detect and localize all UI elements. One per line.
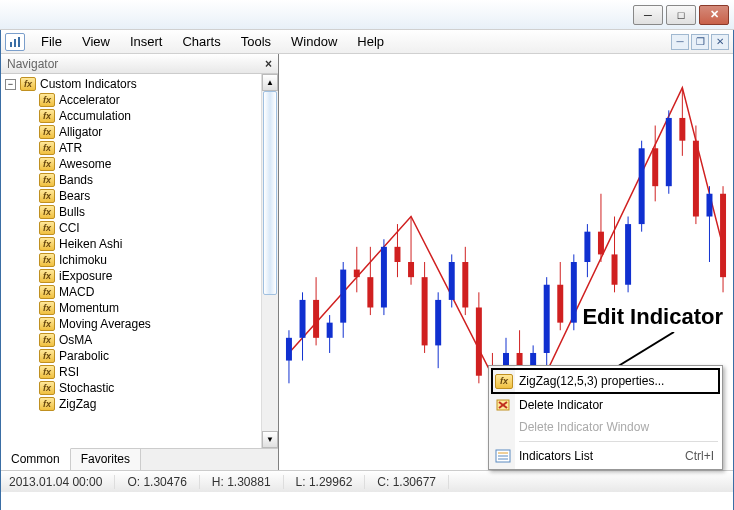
svg-rect-62 — [679, 118, 685, 141]
tree-item[interactable]: fxAwesome — [1, 156, 261, 172]
menu-charts[interactable]: Charts — [172, 31, 230, 52]
navigator-tabs: Common Favorites — [1, 448, 278, 470]
tree-item-label: Alligator — [59, 125, 102, 139]
app-icon[interactable] — [5, 33, 25, 51]
svg-rect-6 — [300, 300, 306, 338]
tree-item-label: MACD — [59, 285, 94, 299]
ctx-delete-window: Delete Indicator Window — [491, 416, 720, 438]
tree-item[interactable]: fxBands — [1, 172, 261, 188]
indicator-icon: fx — [39, 269, 55, 283]
tab-common[interactable]: Common — [1, 448, 71, 470]
tree-item[interactable]: fxiExposure — [1, 268, 261, 284]
tree-item-label: Accumulation — [59, 109, 131, 123]
tree-item-label: RSI — [59, 365, 79, 379]
indicators-list-icon — [493, 448, 513, 464]
context-menu-separator — [519, 441, 718, 442]
svg-rect-46 — [571, 262, 577, 323]
tree-item[interactable]: fxBulls — [1, 204, 261, 220]
indicator-icon: fx — [39, 157, 55, 171]
status-bar: 2013.01.04 00:00 O: 1.30476 H: 1.30881 L… — [1, 470, 733, 492]
tree-item[interactable]: fxCCI — [1, 220, 261, 236]
tree-item[interactable]: fxZigZag — [1, 396, 261, 412]
svg-rect-54 — [625, 224, 631, 285]
chart-area[interactable]: Edit Indicator fx ZigZag(12,5,3) propert… — [279, 54, 733, 470]
tree-item-label: Ichimoku — [59, 253, 107, 267]
tab-favorites[interactable]: Favorites — [71, 449, 141, 470]
tree-item[interactable]: fxHeiken Ashi — [1, 236, 261, 252]
maximize-button[interactable]: □ — [666, 5, 696, 25]
svg-rect-50 — [598, 232, 604, 255]
delete-indicator-icon — [493, 397, 513, 413]
tree-item-label: Awesome — [59, 157, 111, 171]
svg-rect-26 — [435, 300, 441, 345]
menu-window[interactable]: Window — [281, 31, 347, 52]
tree-item[interactable]: fxIchimoku — [1, 252, 261, 268]
indicator-icon: fx — [39, 349, 55, 363]
title-bar: ─ □ ✕ — [0, 0, 734, 30]
inner-close-button[interactable]: ✕ — [711, 34, 729, 50]
svg-rect-48 — [584, 232, 590, 262]
scroll-thumb[interactable] — [263, 91, 277, 295]
svg-rect-4 — [286, 338, 292, 361]
scroll-up-button[interactable]: ▲ — [262, 74, 278, 91]
indicator-icon: fx — [39, 189, 55, 203]
minimize-button[interactable]: ─ — [633, 5, 663, 25]
close-button[interactable]: ✕ — [699, 5, 729, 25]
tree-item[interactable]: fxMACD — [1, 284, 261, 300]
navigator-scrollbar[interactable]: ▲ ▼ — [261, 74, 278, 448]
tree-item[interactable]: fxParabolic — [1, 348, 261, 364]
svg-rect-56 — [639, 148, 645, 224]
indicator-icon: fx — [39, 109, 55, 123]
menu-file[interactable]: File — [31, 31, 72, 52]
tree-item-label: ATR — [59, 141, 82, 155]
ctx-delete-indicator-label: Delete Indicator — [519, 398, 603, 412]
inner-minimize-button[interactable]: ─ — [671, 34, 689, 50]
indicator-icon: fx — [39, 365, 55, 379]
tree-item[interactable]: fxMomentum — [1, 300, 261, 316]
menu-insert[interactable]: Insert — [120, 31, 173, 52]
indicator-icon: fx — [39, 237, 55, 251]
ctx-properties[interactable]: fx ZigZag(12,5,3) properties... — [491, 368, 720, 394]
edit-indicator-annotation: Edit Indicator — [582, 304, 723, 330]
svg-rect-22 — [408, 262, 414, 277]
tree-item[interactable]: fxStochastic — [1, 380, 261, 396]
svg-rect-16 — [367, 277, 373, 307]
svg-rect-0 — [10, 42, 12, 47]
navigator-panel: Navigator × − fx Custom Indicators fxAcc… — [1, 54, 279, 470]
svg-rect-42 — [544, 285, 550, 353]
ctx-delete-indicator[interactable]: Delete Indicator — [491, 394, 720, 416]
tree-item[interactable]: fxBears — [1, 188, 261, 204]
indicator-icon: fx — [39, 317, 55, 331]
tree-root-custom-indicators[interactable]: − fx Custom Indicators — [1, 76, 261, 92]
tree-item[interactable]: fxATR — [1, 140, 261, 156]
svg-rect-28 — [449, 262, 455, 300]
ctx-indicators-list[interactable]: Indicators List Ctrl+I — [491, 445, 720, 467]
svg-rect-68 — [720, 194, 726, 277]
indicator-icon: fx — [39, 253, 55, 267]
indicator-icon: fx — [39, 333, 55, 347]
tree-item[interactable]: fxAlligator — [1, 124, 261, 140]
svg-rect-64 — [693, 141, 699, 217]
svg-rect-24 — [422, 277, 428, 345]
tree-item-label: Bands — [59, 173, 93, 187]
inner-restore-button[interactable]: ❐ — [691, 34, 709, 50]
tree-item[interactable]: fxMoving Averages — [1, 316, 261, 332]
scroll-down-button[interactable]: ▼ — [262, 431, 278, 448]
tree-item[interactable]: fxRSI — [1, 364, 261, 380]
tree-item[interactable]: fxAccelerator — [1, 92, 261, 108]
svg-rect-10 — [327, 323, 333, 338]
tree-item-label: Heiken Ashi — [59, 237, 122, 251]
navigator-close-icon[interactable]: × — [265, 57, 272, 71]
tree-item[interactable]: fxAccumulation — [1, 108, 261, 124]
menu-view[interactable]: View — [72, 31, 120, 52]
indicator-icon: fx — [39, 301, 55, 315]
svg-rect-30 — [462, 262, 468, 307]
tree-item-label: ZigZag — [59, 397, 96, 411]
menu-tools[interactable]: Tools — [231, 31, 281, 52]
tree-collapse-icon[interactable]: − — [5, 79, 16, 90]
tree-item[interactable]: fxOsMA — [1, 332, 261, 348]
indicator-icon: fx — [39, 205, 55, 219]
indicator-context-menu: fx ZigZag(12,5,3) properties... Delete I… — [488, 365, 723, 470]
svg-rect-66 — [706, 194, 712, 217]
menu-help[interactable]: Help — [347, 31, 394, 52]
